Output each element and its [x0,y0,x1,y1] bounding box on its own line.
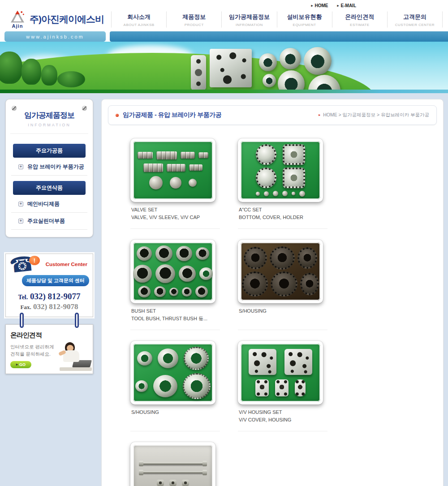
nav-product[interactable]: 제품정보 PRODUCT [167,12,222,27]
logo-triangle-icon: Ajin [10,10,25,29]
url-bar: www.ajinksb.com [0,31,448,42]
email-link[interactable]: ▸E-MAIL [337,3,356,8]
content-area: 임가공제품정보 INFORMATION 주요가공품 + 유압 브레이카 부품가공… [0,93,448,486]
tree-shape [0,52,22,84]
nav-customer-sub: CUSTOMER CENTER [388,23,442,27]
metal-ring-shape [263,74,276,87]
product-photo-s-housing-rings[interactable] [130,341,215,404]
product-caption: S/HOUSING [238,307,327,315]
nav-information-sub: INFROMATION [222,23,276,27]
product-subtitle: TOOL BUSH, THRUST BUSH 등... [131,315,220,323]
product-photo-s-housing-dark[interactable] [238,240,323,303]
fax-label: Fax. [20,304,31,310]
product-caption: S/HOUSING [130,409,220,416]
product-cell: BUSH SET TOOL BUSH, THRUST BUSH 등... [130,240,220,330]
nav-customer[interactable]: 고객문의 CUSTOMER CENTER [388,12,443,27]
arrow-icon: ▸ [16,363,18,366]
nav-equipment-sub: EQUIPMENT [277,23,332,27]
bullet-icon [116,114,119,117]
sidebar-item-label: 유압 브레이카 부품가공 [27,163,84,171]
product-title: VALVE SET [131,206,220,214]
product-photo-through-bolt-set[interactable] [130,442,215,486]
sidebar: 임가공제품정보 INFORMATION 주요가공품 + 유압 브레이카 부품가공… [5,99,93,374]
product-cell: VALVE SET VALVE, V/V SLEEVE, V/V CAP [130,138,220,229]
metal-ring-shape [259,53,277,71]
product-title: V/V HOUSING SET [239,409,327,416]
product-photo-valve-set[interactable] [130,138,215,202]
customer-center-card: ☎ ! Customer Center 제품상담 및 고객문의 센터 Tel. … [5,254,93,317]
nav-about-label: 회사소개 [112,13,166,21]
product-cell: S/HOUSING [130,341,220,431]
nav-equipment[interactable]: 설비보유현황 EQUIPMENT [277,12,332,27]
ring-connector-icon [20,313,24,328]
company-name: 주)아진케이에스비 [30,13,104,26]
estimate-description: 인터넷으로 편리하게 견적을 문의하세요. [10,344,60,358]
page-title: 임가공제품 - 유압 브레이카 부품가공 [116,111,221,119]
product-grid: VALVE SET VALVE, V/V SLEEVE, V/V CAP [130,138,437,486]
metal-ring-shape [304,47,332,75]
sidebar-menu: 주요가공품 + 유압 브레이카 부품가공 주요연삭품 + 메인바디제품 + 주요… [6,134,93,230]
product-caption: A"CC SET BOTTOM, COVER, HOLDER [238,206,327,221]
tel-value: 032) 812-9077 [30,292,80,301]
customer-center-pill: 제품상담 및 고객문의 센터 [22,275,89,286]
product-caption: BUSH SET TOOL BUSH, THRUST BUSH 등... [130,307,220,323]
valve-block-shape [210,49,252,87]
logo[interactable]: Ajin 주)아진케이에스비 [10,10,105,29]
utility-bar: ▸HOME ▸E-MAIL [0,0,448,10]
sidebar-item-breaker-parts[interactable]: + 유압 브레이카 부품가공 [11,159,87,176]
product-subtitle: V/V COVER, HOUSING [239,416,327,424]
card-connector [5,317,93,324]
plus-icon: + [18,202,23,206]
tel-number: Tel. 032) 812-9077 [9,292,89,301]
email-link-label: E-MAIL [341,3,356,8]
breadcrumb-text: HOME > 임가공제품정보 > 유압브레이카 부품가공 [323,112,429,118]
sidebar-item-cylinder[interactable]: + 주요실린더부품 [11,213,87,230]
nav-product-sub: PRODUCT [167,23,221,27]
photo-scene [133,141,213,199]
go-button[interactable]: ▸ GO [10,361,31,368]
arrow-icon: ▸ [311,4,313,8]
tree-shape [22,59,41,85]
nav-product-label: 제품정보 [167,13,221,21]
breadcrumb[interactable]: ▸ HOME > 임가공제품정보 > 유압브레이카 부품가공 [319,112,429,118]
sidebar-section-machined[interactable]: 주요가공품 [13,144,86,158]
nav-estimate[interactable]: 온라인견적 ESTIMATE [332,12,388,27]
photo-scene [241,141,320,199]
ring-connector-icon [75,313,79,328]
arrow-icon: ▸ [319,113,320,117]
product-photo-vv-housing-set[interactable] [238,341,323,404]
photo-scene [241,344,320,402]
page-title-bar: 임가공제품 - 유압 브레이카 부품가공 ▸ HOME > 임가공제품정보 > … [108,105,437,125]
exclamation-icon: ! [29,256,40,265]
site-url: www.ajinksb.com [4,31,106,42]
bush-shape [57,71,85,87]
plus-icon: + [18,164,23,169]
product-photo-bush-set[interactable] [130,240,215,303]
product-caption: V/V HOUSING SET V/V COVER, HOUSING [238,409,327,424]
nav-estimate-sub: ESTIMATE [332,23,387,27]
home-link[interactable]: ▸HOME [311,3,328,8]
photo-scene [241,242,320,301]
receptionist-illustration [59,341,92,373]
sidebar-subtitle: INFORMATION [10,123,88,127]
nav-equipment-label: 설비보유현황 [277,13,332,21]
nav-about-sub: ABOUT AJINKSB [112,23,166,27]
nav-about[interactable]: 회사소개 ABOUT AJINKSB [111,12,167,27]
estimate-title: 온라인견적 [10,331,88,340]
online-estimate-card: 온라인견적 인터넷으로 편리하게 견적을 문의하세요. ▸ GO [5,324,93,374]
product-cell: V/V HOUSING SET V/V COVER, HOUSING [238,341,327,431]
customer-center-label: Customer Center [46,262,87,267]
product-photo-acc-set[interactable] [238,138,323,202]
nav-information-label: 임가공제품정보 [222,13,276,21]
sidebar-header: 임가공제품정보 INFORMATION [10,99,88,134]
screw-icon [82,106,87,111]
product-caption: VALVE SET VALVE, V/V SLEEVE, V/V CAP [130,206,220,221]
sidebar-section-grinding[interactable]: 주요연삭품 [13,181,86,195]
product-cell: S/HOUSING [238,240,327,330]
product-title: S/HOUSING [239,307,327,315]
nav-estimate-label: 온라인견적 [332,13,387,21]
url-bar-fill [110,31,448,42]
nav-information[interactable]: 임가공제품정보 INFROMATION [222,12,277,27]
screw-icon [12,106,17,111]
sidebar-item-main-body[interactable]: + 메인바디제품 [11,196,87,213]
